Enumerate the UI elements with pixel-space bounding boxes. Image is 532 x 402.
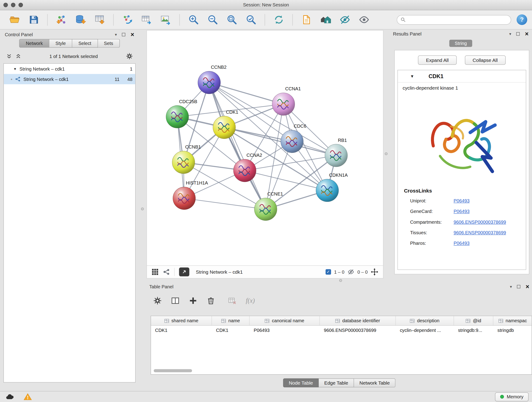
open-in-browser-button[interactable] bbox=[179, 268, 189, 276]
selected-nodes-checkbox-icon[interactable]: ✓ bbox=[326, 269, 331, 274]
network-options-gear-icon[interactable] bbox=[126, 53, 133, 60]
tree-expander-icon[interactable]: ▼ bbox=[13, 67, 17, 70]
save-session-button[interactable] bbox=[26, 13, 41, 27]
help-button[interactable]: ? bbox=[517, 14, 527, 25]
zoom-selected-button[interactable] bbox=[243, 13, 259, 27]
import-network-from-database-button[interactable] bbox=[73, 13, 89, 27]
panel-float-icon[interactable] bbox=[122, 33, 126, 36]
network-node-ccnb2[interactable] bbox=[198, 71, 221, 94]
column-header-canonical-name[interactable]: canonical name bbox=[249, 316, 320, 325]
tab-string[interactable]: String bbox=[449, 40, 472, 47]
right-splitter-handle[interactable] bbox=[385, 153, 387, 155]
crosslink-link[interactable]: P06493 bbox=[454, 198, 470, 203]
application-window: Session: New Session ? Control Panel ▾× … bbox=[0, 0, 532, 402]
memory-button[interactable]: Memory bbox=[495, 392, 529, 401]
status-bar: Memory bbox=[0, 391, 532, 402]
zoom-out-button[interactable] bbox=[205, 13, 221, 27]
titlebar[interactable]: Session: New Session bbox=[0, 0, 532, 10]
show-columns-icon[interactable] bbox=[171, 297, 179, 305]
horizontal-splitter-handle[interactable] bbox=[339, 279, 342, 282]
column-header--id[interactable]: @id bbox=[454, 316, 493, 325]
tab-edge-table[interactable]: Edge Table bbox=[319, 378, 354, 387]
gene-entry-header[interactable]: ▼ CDK1 bbox=[398, 70, 526, 83]
left-splitter-handle[interactable] bbox=[141, 207, 144, 210]
network-edge-CCNB2-CCNE1[interactable] bbox=[209, 83, 266, 209]
tab-network-table[interactable]: Network Table bbox=[354, 378, 395, 387]
horizontal-scrollbar-thumb[interactable] bbox=[154, 369, 192, 372]
zoom-in-button[interactable] bbox=[186, 13, 201, 27]
expand-all-button[interactable]: Expand All bbox=[418, 56, 457, 65]
tab-sets[interactable]: Sets bbox=[98, 39, 120, 47]
column-header-description[interactable]: description bbox=[396, 316, 454, 325]
network-share-icon[interactable] bbox=[163, 268, 170, 275]
table-row[interactable]: CDK1CDK1P064939606.ENSP00000378699cyclin… bbox=[151, 326, 532, 335]
control-panel: Control Panel ▾× NetworkStyleSelectSets … bbox=[2, 31, 137, 390]
toolbar-separator bbox=[179, 14, 180, 26]
pan-crosshair-icon[interactable] bbox=[371, 268, 378, 276]
network-node-cdkn1a[interactable] bbox=[316, 179, 339, 202]
export-table-button[interactable] bbox=[139, 13, 154, 27]
column-header-namespac[interactable]: namespac bbox=[493, 316, 532, 325]
birdseye-view-icon[interactable] bbox=[152, 268, 158, 275]
network-node-cdc25b[interactable] bbox=[166, 105, 189, 128]
expand-all-tree-icon[interactable] bbox=[6, 53, 12, 59]
panel-close-icon[interactable]: × bbox=[525, 31, 529, 37]
crosslink-link[interactable]: 9606.ENSP00000378699 bbox=[454, 230, 506, 235]
panel-collapse-icon[interactable]: ▾ bbox=[115, 32, 117, 37]
collapse-all-button[interactable]: Collapse All bbox=[465, 56, 505, 65]
column-header-icon bbox=[164, 318, 169, 323]
panel-close-icon[interactable]: × bbox=[526, 283, 529, 290]
show-panels-button[interactable] bbox=[356, 13, 372, 27]
panel-float-icon[interactable] bbox=[517, 285, 520, 288]
search-input[interactable] bbox=[408, 17, 507, 22]
warnings-button[interactable] bbox=[21, 392, 34, 401]
open-session-button[interactable] bbox=[6, 13, 22, 27]
network-collection-row[interactable]: ▼ String Network – cdk1 1 bbox=[4, 64, 135, 74]
export-image-button[interactable] bbox=[158, 13, 174, 27]
delete-column-icon[interactable] bbox=[207, 297, 215, 305]
network-view-toolbar: String Network – cdk1 ✓ 1 – 0 0 – 0 bbox=[147, 265, 383, 278]
network-canvas[interactable]: CCNB2CCNA1CDC25BCDK1CDC6RB1CCNB1CCNA2CDK… bbox=[147, 31, 383, 265]
network-row[interactable]: ● String Network – cdk1 11 48 bbox=[4, 74, 135, 84]
network-node-cdk1[interactable] bbox=[213, 116, 235, 139]
panel-float-icon[interactable] bbox=[516, 32, 520, 36]
tab-network[interactable]: Network bbox=[19, 39, 49, 47]
network-node-rb1[interactable] bbox=[325, 144, 348, 167]
tab-node-table[interactable]: Node Table bbox=[283, 378, 319, 387]
entry-expander-icon[interactable]: ▼ bbox=[410, 74, 414, 79]
collapse-all-tree-icon[interactable] bbox=[15, 53, 21, 59]
function-builder-button[interactable]: f(x) bbox=[246, 297, 255, 304]
panel-collapse-icon[interactable]: ▾ bbox=[510, 285, 512, 289]
cloud-status-button[interactable] bbox=[3, 392, 17, 401]
search-box[interactable] bbox=[397, 15, 511, 25]
copy-document-button[interactable] bbox=[298, 13, 314, 27]
export-network-button[interactable] bbox=[119, 13, 135, 27]
network-edge-CDK1-RB1[interactable] bbox=[224, 128, 336, 156]
network-node-ccnb1[interactable] bbox=[172, 151, 195, 174]
network-node-cdc6[interactable] bbox=[281, 130, 303, 153]
crosslink-link[interactable]: P06493 bbox=[454, 209, 470, 214]
hide-panels-button[interactable] bbox=[337, 13, 353, 27]
network-node-hist1h1a[interactable] bbox=[173, 187, 196, 210]
column-header-database-identifier[interactable]: database identifier bbox=[320, 316, 396, 325]
network-edge-CCNB2-CCNA1[interactable] bbox=[209, 83, 283, 104]
crosslink-link[interactable]: 9606.ENSP00000378699 bbox=[454, 220, 506, 225]
crosslink-link[interactable]: P06493 bbox=[454, 241, 470, 246]
tab-select[interactable]: Select bbox=[72, 39, 98, 47]
column-header-shared-name[interactable]: shared name bbox=[151, 316, 212, 325]
network-node-ccna1[interactable] bbox=[272, 93, 295, 115]
panel-close-icon[interactable]: × bbox=[131, 32, 134, 38]
panel-collapse-icon[interactable]: ▾ bbox=[509, 32, 511, 36]
zoom-fit-content-button[interactable] bbox=[224, 13, 240, 27]
table-options-gear-icon[interactable] bbox=[153, 297, 162, 305]
add-column-icon[interactable] bbox=[189, 297, 197, 305]
import-table-from-file-button[interactable] bbox=[92, 13, 108, 27]
column-header-name[interactable]: name bbox=[212, 316, 249, 325]
network-node-ccna2[interactable] bbox=[234, 159, 256, 182]
network-edge-HIST1H1A-CCNE1[interactable] bbox=[184, 198, 266, 209]
home-view-button[interactable] bbox=[318, 13, 334, 27]
network-node-ccne1[interactable] bbox=[254, 198, 277, 221]
import-network-from-file-button[interactable] bbox=[53, 13, 69, 27]
refresh-view-button[interactable] bbox=[271, 13, 287, 27]
tab-style[interactable]: Style bbox=[49, 39, 72, 47]
